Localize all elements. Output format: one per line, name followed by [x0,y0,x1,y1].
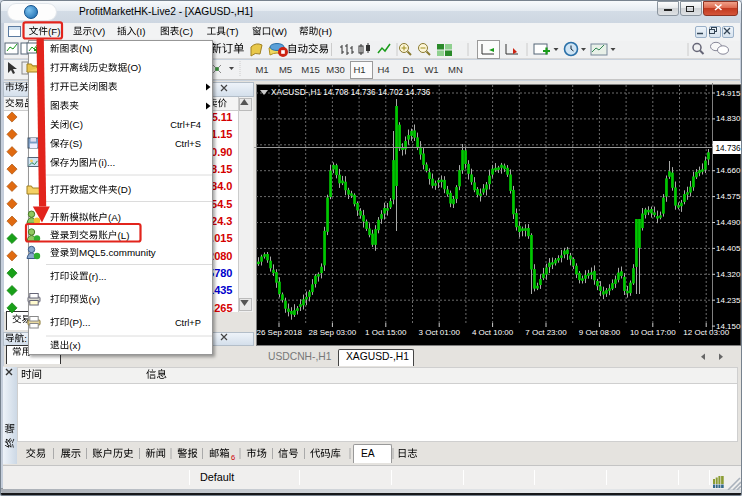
svg-text:12 Oct 03:00: 12 Oct 03:00 [683,328,729,337]
svg-text:14.490: 14.490 [716,218,741,227]
svg-text:14.575: 14.575 [716,192,741,201]
svg-text:14.320: 14.320 [716,270,741,279]
svg-text:9 Oct 08:00: 9 Oct 08:00 [579,328,621,337]
svg-text:XAGUSD-,H1 14.708 14.736 14.7: XAGUSD-,H1 14.708 14.736 14.702 14.736 [271,88,431,97]
svg-text:1 Oct 15:00: 1 Oct 15:00 [365,328,407,337]
svg-text:14.830: 14.830 [716,114,741,123]
svg-text:26 Sep 2018: 26 Sep 2018 [257,328,303,337]
svg-text:3 Oct 01:00: 3 Oct 01:00 [419,328,461,337]
svg-text:4 Oct 10:00: 4 Oct 10:00 [472,328,514,337]
svg-text:7 Oct 23:00: 7 Oct 23:00 [525,328,567,337]
svg-text:14.915: 14.915 [716,89,741,98]
svg-text:14.736: 14.736 [716,144,741,153]
svg-text:14.405: 14.405 [716,244,741,253]
svg-text:28 Sep 03:00: 28 Sep 03:00 [309,328,357,337]
svg-text:10 Oct 17:00: 10 Oct 17:00 [630,328,676,337]
svg-text:14.660: 14.660 [716,166,741,175]
svg-text:14.235: 14.235 [716,296,741,305]
